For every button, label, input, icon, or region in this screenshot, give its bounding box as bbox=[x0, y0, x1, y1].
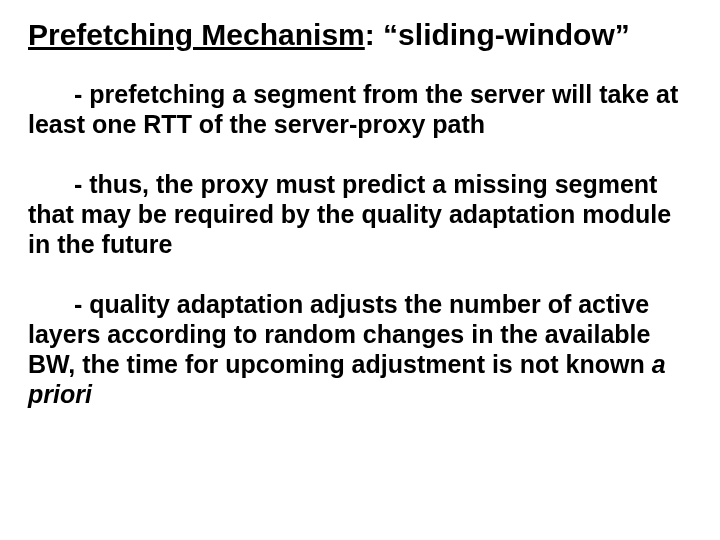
slide-title: Prefetching Mechanism: “sliding-window” bbox=[28, 18, 692, 53]
bullet-3-text: - quality adaptation adjusts the number … bbox=[28, 290, 652, 378]
bullet-1: - prefetching a segment from the server … bbox=[28, 79, 692, 139]
title-label: Prefetching Mechanism bbox=[28, 18, 365, 51]
slide: Prefetching Mechanism: “sliding-window” … bbox=[0, 0, 720, 540]
bullet-2-text: - thus, the proxy must predict a missing… bbox=[28, 170, 671, 258]
bullet-2: - thus, the proxy must predict a missing… bbox=[28, 169, 692, 259]
bullet-1-text: - prefetching a segment from the server … bbox=[28, 80, 678, 138]
title-colon: : bbox=[365, 18, 375, 51]
title-quoted: “sliding-window” bbox=[383, 18, 630, 51]
bullet-3: - quality adaptation adjusts the number … bbox=[28, 289, 692, 409]
